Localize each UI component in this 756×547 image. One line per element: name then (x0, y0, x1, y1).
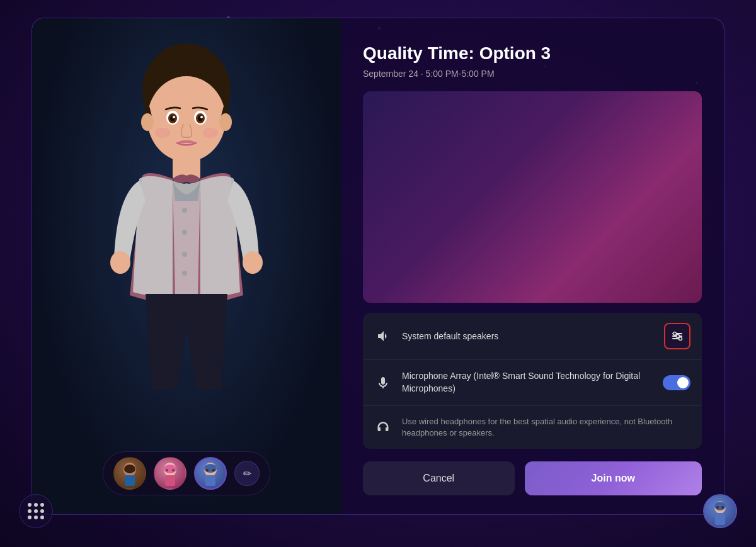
svg-point-23 (124, 465, 135, 473)
svg-point-45 (716, 506, 719, 509)
svg-point-8 (147, 76, 226, 162)
svg-point-19 (155, 128, 170, 138)
right-panel: Quality Time: Option 3 September 24 · 5:… (341, 18, 724, 514)
svg-rect-27 (165, 475, 175, 486)
microphone-label: Microphone Array (Intel® Smart Sound Tec… (402, 370, 653, 395)
svg-point-4 (182, 252, 187, 257)
avatar-display (32, 18, 341, 514)
svg-point-20 (203, 128, 218, 138)
speaker-row: System default speakers (363, 313, 702, 360)
microphone-icon (374, 374, 392, 392)
hint-label: Use wired headphones for the best spatia… (402, 416, 690, 439)
svg-point-39 (673, 332, 677, 336)
svg-point-44 (714, 502, 726, 510)
svg-point-35 (212, 469, 215, 471)
audio-settings-button[interactable] (664, 323, 690, 349)
apps-menu-button[interactable] (19, 494, 53, 528)
main-dialog: ✏ Quality Time: Option 3 September 24 · … (32, 18, 724, 515)
event-info: Quality Time: Option 3 September 24 · 5:… (363, 43, 702, 79)
speaker-label: System default speakers (402, 330, 654, 343)
user-avatar-button[interactable] (703, 494, 737, 528)
svg-point-25 (132, 472, 134, 475)
svg-point-33 (204, 464, 217, 473)
svg-point-28 (164, 465, 176, 473)
event-time: September 24 · 5:00 PM-5:00 PM (363, 69, 702, 79)
svg-point-30 (172, 469, 175, 471)
svg-point-24 (125, 472, 128, 475)
avatar-panel: ✏ (32, 18, 341, 514)
avatar-option-1[interactable] (113, 457, 146, 490)
svg-point-17 (173, 116, 175, 118)
svg-point-2 (182, 208, 187, 213)
svg-point-5 (182, 271, 187, 276)
svg-rect-32 (205, 475, 215, 486)
cancel-button[interactable]: Cancel (363, 461, 515, 495)
svg-point-46 (721, 506, 724, 509)
svg-rect-43 (715, 513, 725, 525)
svg-rect-22 (125, 475, 135, 486)
avatar-option-3[interactable] (194, 457, 227, 490)
join-now-button[interactable]: Join now (525, 461, 702, 495)
headphones-icon (374, 419, 392, 436)
svg-point-9 (141, 113, 154, 131)
svg-point-34 (206, 469, 209, 471)
svg-point-29 (166, 469, 168, 471)
grid-icon (28, 503, 44, 519)
pencil-icon: ✏ (243, 468, 251, 480)
svg-point-6 (110, 251, 130, 274)
svg-point-41 (679, 337, 682, 341)
speaker-icon (374, 327, 392, 345)
svg-point-7 (243, 251, 263, 274)
microphone-toggle[interactable] (663, 375, 690, 390)
event-preview (363, 91, 702, 303)
edit-avatar-button[interactable]: ✏ (234, 461, 260, 486)
svg-point-10 (219, 113, 232, 131)
action-buttons: Cancel Join now (363, 461, 702, 495)
svg-point-3 (182, 230, 187, 235)
device-settings: System default speakers (363, 313, 702, 449)
avatar-selectors: ✏ (103, 451, 270, 495)
hint-row: Use wired headphones for the best spatia… (363, 406, 702, 449)
avatar-option-2[interactable] (154, 457, 186, 490)
microphone-row: Microphone Array (Intel® Smart Sound Tec… (363, 360, 702, 405)
svg-point-18 (200, 116, 203, 118)
event-title: Quality Time: Option 3 (363, 43, 702, 64)
